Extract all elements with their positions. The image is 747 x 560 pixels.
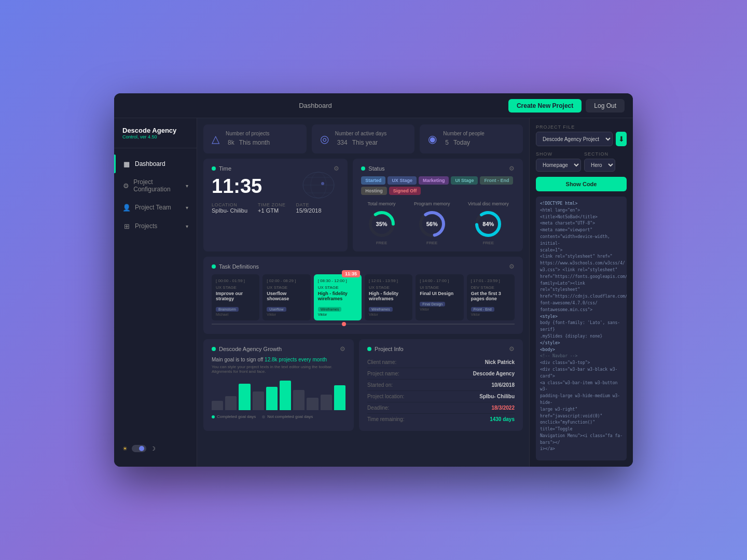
bar [239,384,250,410]
donut-sub: FREE [468,241,509,245]
bar [307,398,318,410]
current-time-marker: 11:35 [342,270,360,277]
task-card-title: Task Definitions [219,263,259,270]
bar [212,401,223,410]
stat-days: ◎ Number of active days 334 This year [312,124,415,153]
sidebar-item-project-config[interactable]: ⚙ Project Configuration ▾ [114,173,197,198]
row-time-status: Time ⚙ 11:35 LOCATION [203,159,523,251]
timeline-line [212,324,515,325]
sidebar-item-project-team[interactable]: 👤 Project Team ▾ [114,198,197,217]
tag-marketing: Marketing [419,176,449,185]
info-label: Client name: [367,359,396,365]
download-button[interactable]: ⬇ [616,132,627,146]
task-person: Viktor [267,313,306,316]
donut-sub: FREE [367,241,396,245]
bar [334,385,345,410]
info-value: Descode Agency [473,371,515,376]
row-bottom: Descode Agency Growth ⚙ Main goal is to … [203,339,523,431]
file-select[interactable]: Descode Agency Project [536,132,613,146]
legend-dot [212,415,215,418]
stat-label: Number of people [443,131,485,136]
file-select-row: Descode Agency Project ⬇ [536,132,627,146]
main-content: △ Number of projects 8k This month ◎ Num… [197,118,529,467]
config-icon: ⚙ [122,181,129,190]
svg-point-5 [321,182,324,185]
code-line: content="width=device-width, initial- [540,234,622,247]
task-tag: Userflow [267,307,286,312]
logout-button[interactable]: Log Out [586,99,625,113]
legend-not-completed: Not completed goal days [262,414,313,419]
task-person: Viktor [420,307,459,311]
task-tag: Brainstorm [216,307,239,312]
info-label: Time remaining: [367,416,404,422]
show-code-button[interactable]: Show Code [536,177,627,191]
info-value: 10/6/2018 [492,382,515,388]
bar [253,391,264,410]
stat-projects: △ Number of projects 8k This month [203,124,307,153]
location-value: SpIbu- Chilibu [212,207,247,214]
tag-frontend: Front - End [480,176,513,185]
project-info-title: Project Info [375,346,404,352]
info-label: Deadline: [367,405,389,411]
sidebar-item-label: Project Team [135,204,171,211]
projects-stat-icon: △ [212,133,219,145]
stat-label: Number of projects [226,131,270,136]
task-item: [ 00:00 - 01:59 ] UX STAGE Improve our s… [212,274,259,320]
show-select[interactable]: Homepage [536,159,581,172]
code-line: Navigation Menu"><i class="fa fa-bars"><… [540,433,622,446]
task-stage: UX STAGE [216,285,255,290]
growth-legend: Completed goal days Not completed goal d… [212,414,345,419]
card-dot [361,166,365,171]
task-timeline: 11:35 [ 00:00 - 01:59 ] UX STAGE Improve… [212,274,515,325]
chevron-down-icon: ▾ [186,223,188,229]
time-card-title: Time [219,165,231,172]
task-item: [ 14:00 - 17:00 ] UI STAGE Final UI Desi… [416,274,463,320]
stat-people: ◉ Number of people 5 Today [420,124,523,153]
task-name: High - fidelity wireframes [369,291,408,301]
task-tag: Final Design [420,302,445,306]
task-name: Improve our strategy [216,291,255,301]
settings-icon[interactable]: ⚙ [509,345,515,353]
main-layout: Descode Agency Control, ver 4.50 ▦ Dashb… [114,118,633,467]
tag-started: Started [361,176,385,185]
topbar: Dashboard Create New Project Log Out [114,93,633,118]
sidebar-bottom: ☀ ☽ [114,439,197,458]
timeline-dot [342,322,346,326]
code-line: <!DOCTYPE html> [540,201,622,207]
brand-name: Descode Agency [122,127,188,134]
chevron-down-icon: ▾ [186,205,188,211]
code-line: href="https://cdnjs.cloudflare.com/ajax/… [540,293,622,300]
settings-icon[interactable]: ⚙ [509,263,515,270]
code-line: <link rel="stylesheet" href=" [540,254,622,260]
code-line: <div class="w3-bar w3-black w3-card"> [540,367,622,380]
task-person: Michael [216,313,255,316]
growth-sub: You can style your project texts in the … [212,365,345,374]
code-line: <title>NotSoBad</title> [540,214,622,221]
sidebar-item-dashboard[interactable]: ▦ Dashboard [114,155,197,173]
theme-toggle[interactable] [132,445,146,452]
settings-icon[interactable]: ⚙ [509,165,515,172]
sidebar-item-projects[interactable]: ⊞ Projects ▾ [114,217,197,235]
days-stat-icon: ◎ [320,133,329,145]
code-line: </style> [540,340,622,347]
section-select[interactable]: Hero [584,159,615,172]
settings-icon[interactable]: ⚙ [340,345,345,353]
code-preview: <!DOCTYPE html> <html lang="en"> <title>… [536,197,627,460]
bar [225,396,237,410]
task-name: Final UI Design [420,291,459,296]
task-stage: UI STAGE [420,285,459,290]
stat-value: 8k This month [226,136,270,147]
task-range: [ 02:00 - 08:29 ] [267,278,306,283]
info-row: Project location: SpIbu- Chilibu [367,391,515,402]
app-window: Dashboard Create New Project Log Out Des… [114,93,633,467]
info-value: Nick Patrick [485,359,515,365]
create-project-button[interactable]: Create New Project [508,99,582,113]
project-info-card: Project Info ⚙ Client name: Nick Patrick… [359,339,523,431]
bar [266,387,278,410]
tag-ux: UX Stage [388,176,417,185]
team-icon: 👤 [122,203,131,212]
dashboard-icon: ▦ [122,160,131,168]
task-name: Get the first 3 pages done [471,291,510,301]
sidebar-brand: Descode Agency Control, ver 4.50 [114,127,197,148]
task-tag: Front - End [471,307,494,312]
